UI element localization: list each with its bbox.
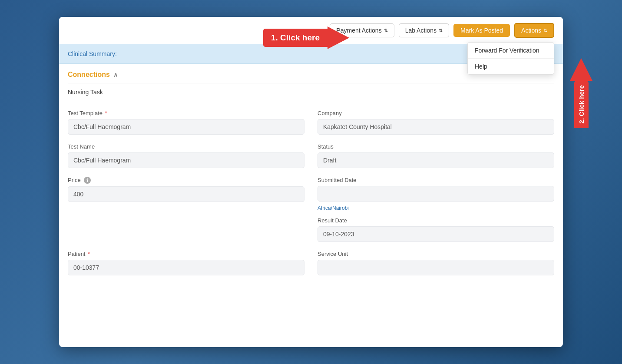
status-label: Status xyxy=(318,143,554,150)
required-marker: * xyxy=(105,110,107,116)
status-group: Status xyxy=(318,143,554,168)
test-name-input[interactable] xyxy=(68,152,304,168)
price-info-icon[interactable]: ℹ xyxy=(84,177,91,184)
submitted-date-label: Submitted Date xyxy=(318,177,554,183)
payment-actions-chevron: ⇅ xyxy=(384,28,388,33)
submitted-date-input[interactable] xyxy=(318,186,554,202)
main-window: Payment Actions ⇅ Lab Actions ⇅ Mark As … xyxy=(59,17,563,347)
actions-button[interactable]: Actions ⇅ xyxy=(514,23,554,38)
status-input[interactable] xyxy=(318,152,554,168)
lab-actions-button[interactable]: Lab Actions ⇅ xyxy=(399,23,449,37)
lab-actions-chevron: ⇅ xyxy=(439,28,443,33)
form-section: Test Template * Company Test Name xyxy=(59,101,563,293)
form-row-3: Price ℹ Submitted Date Africa/Nairobi Re… xyxy=(68,177,554,242)
price-group: Price ℹ xyxy=(68,177,304,242)
price-input[interactable] xyxy=(68,186,304,202)
service-unit-group: Service Unit xyxy=(318,251,554,275)
form-row-2: Test Name Status xyxy=(68,143,554,168)
connections-collapse-icon[interactable]: ∧ xyxy=(113,71,118,78)
connections-title: Connections xyxy=(68,71,110,79)
submitted-date-group: Submitted Date Africa/Nairobi Result Dat… xyxy=(318,177,554,242)
test-template-group: Test Template * xyxy=(68,110,304,135)
lab-actions-label: Lab Actions xyxy=(405,27,437,34)
test-name-label: Test Name xyxy=(68,143,304,150)
forward-verification-item[interactable]: Forward For Verification xyxy=(468,43,554,59)
test-template-input[interactable] xyxy=(68,119,304,135)
clinical-summary-label: Clinical Summary: xyxy=(68,50,117,57)
actions-label: Actions xyxy=(521,27,541,34)
form-row-4: Patient * Service Unit xyxy=(68,251,554,275)
company-group: Company xyxy=(318,110,554,135)
help-item[interactable]: Help xyxy=(468,59,554,74)
patient-group: Patient * xyxy=(68,251,304,275)
nursing-task-item[interactable]: Nursing Task xyxy=(68,83,554,101)
result-date-label: Result Date xyxy=(318,217,554,224)
patient-label: Patient * xyxy=(68,251,304,257)
payment-actions-button[interactable]: Payment Actions ⇅ xyxy=(330,23,394,37)
patient-required-marker: * xyxy=(88,251,90,257)
actions-dropdown: Forward For Verification Help xyxy=(467,42,554,75)
service-unit-input[interactable] xyxy=(318,260,554,275)
test-template-label: Test Template * xyxy=(68,110,304,116)
timezone-label: Africa/Nairobi xyxy=(318,205,554,211)
mark-as-posted-button[interactable]: Mark As Posted xyxy=(453,24,510,37)
form-row-1: Test Template * Company xyxy=(68,110,554,135)
patient-input[interactable] xyxy=(68,260,304,275)
result-date-input[interactable] xyxy=(318,226,554,242)
payment-actions-label: Payment Actions xyxy=(336,27,381,34)
toolbar: Payment Actions ⇅ Lab Actions ⇅ Mark As … xyxy=(59,17,563,44)
mark-as-posted-label: Mark As Posted xyxy=(460,27,503,34)
company-input[interactable] xyxy=(318,119,554,135)
test-name-group: Test Name xyxy=(68,143,304,168)
actions-chevron: ⇅ xyxy=(543,28,547,33)
company-label: Company xyxy=(318,110,554,116)
price-label: Price ℹ xyxy=(68,177,304,184)
service-unit-label: Service Unit xyxy=(318,251,554,257)
